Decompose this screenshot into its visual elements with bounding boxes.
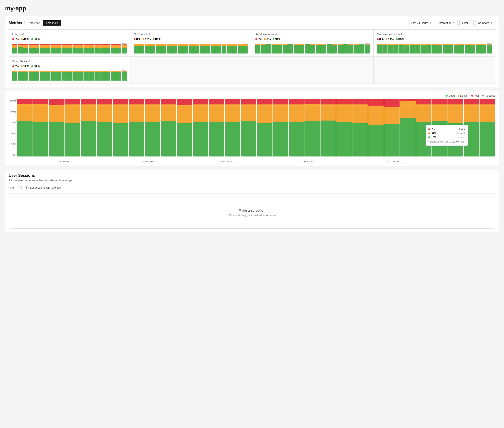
stat-good-scroll: 88%: [34, 65, 40, 68]
stat-decent-long-task: 40%: [23, 37, 29, 41]
chart-bar[interactable]: [177, 99, 192, 156]
chart-bar[interactable]: [161, 99, 176, 156]
stat-poor-long-task: 5%: [15, 37, 19, 41]
sessions-empty-state: Make a selection Click and drag your des…: [9, 197, 495, 229]
interaction-chevron-icon: ▼: [453, 22, 455, 24]
chart-bar[interactable]: [368, 99, 384, 156]
metric-stats-keydown-to-paint: 0% 6% 94%: [255, 37, 370, 41]
chart-bar[interactable]: [241, 99, 256, 156]
metric-card-long-task: Long Task 5% 40% 56% 100% 0%: [9, 30, 130, 57]
chart-bar[interactable]: [33, 99, 49, 156]
compare-chevron-icon: ▼: [490, 22, 493, 24]
time-range-chevron-icon: ▼: [429, 22, 431, 24]
filter-profiles-checkbox[interactable]: [24, 186, 27, 189]
chart-bar[interactable]: [49, 99, 65, 156]
chart-bar[interactable]: [352, 99, 368, 156]
metric-stats-click-to-paint: 0% 19% 81%: [134, 37, 248, 41]
chart-bar[interactable]: [209, 99, 224, 156]
legend-poor: Poor: [471, 94, 479, 97]
tab-percentile[interactable]: Percentile: [25, 20, 43, 25]
metrics-grid: Long Task 5% 40% 56% 100% 0% Click to Pa…: [9, 29, 495, 84]
metrics-tab-group: Percentile Threshold: [24, 20, 61, 26]
metric-card-empty-2: [252, 57, 374, 83]
metric-name-click-to-paint: Click to Paint: [134, 33, 248, 36]
chart-bar[interactable]: [257, 99, 272, 156]
chart-bar[interactable]: [225, 99, 240, 156]
x-label-4: 9:15 AM PDT: [302, 160, 316, 163]
tooltip-good-row: 67% Good: [428, 136, 465, 139]
metrics-section: Metrics Percentile Threshold Last 24 Hou…: [5, 16, 499, 87]
tooltip-decent-label: Decent: [456, 132, 465, 135]
stat-poor-keydown: 0%: [258, 37, 262, 41]
legend-decent-dot: [458, 95, 459, 97]
chart-bar[interactable]: [81, 99, 96, 156]
chart-bar[interactable]: [129, 99, 144, 156]
tooltip-poor-dot: [428, 128, 430, 130]
metric-name-scroll-to-paint: Scroll To Paint: [12, 60, 127, 63]
metric-card-empty-3: [374, 57, 495, 83]
mini-chart-mousemove-to-paint: 100% 0%: [377, 43, 492, 53]
sessions-filter-label: Filter: [9, 186, 15, 189]
metric-card-keydown-to-paint: Keydown to Paint 0% 6% 94% 100% 0%: [252, 30, 374, 57]
mini-chart-keydown-to-paint: 100% 0%: [255, 43, 370, 53]
filter-profiles-label: Filter sessions with profiles: [28, 186, 61, 189]
mini-chart-click-to-paint: 100% 0%: [134, 43, 248, 53]
tooltip-decent-dot: [428, 132, 430, 134]
filter-label: Filter: [462, 21, 468, 25]
y-label-0: 0%: [9, 154, 16, 156]
empty-state-subtitle: Click and drag your desired time range: [228, 214, 276, 217]
stat-poor-mousemove: 0%: [379, 37, 383, 41]
chart-bar[interactable]: [480, 99, 496, 156]
sessions-filter-bar: Filter + Filter sessions with profiles: [9, 185, 495, 193]
compare-dropdown[interactable]: Compare ▼: [475, 20, 495, 26]
metric-stats-scroll-to-paint: 0% 12% 88%: [12, 65, 127, 68]
sessions-subtitle: A list of user sessions within the selec…: [9, 179, 495, 182]
legend-releases[interactable]: ↻ Releases: [482, 94, 495, 97]
chart-bar[interactable]: [336, 99, 352, 156]
chart-bar[interactable]: [113, 99, 128, 156]
y-label-50: 50%: [9, 132, 16, 135]
chart-bar[interactable]: [400, 99, 416, 156]
y-label-25: 25%: [9, 143, 16, 146]
threshold-line: [17, 105, 495, 105]
legend-poor-label: Poor: [474, 94, 479, 97]
time-range-label: Last 24 Hours: [411, 21, 428, 25]
chart-bar[interactable]: [17, 99, 33, 156]
tooltip-poor-label: Poor: [459, 128, 465, 131]
stat-good-keydown: 94%: [275, 37, 281, 41]
tooltip-good-pct: 67%: [431, 136, 436, 139]
chart-bar[interactable]: [193, 99, 208, 156]
y-label-100: 100%: [9, 99, 16, 102]
interaction-dropdown[interactable]: Interaction ▼: [436, 20, 458, 26]
metric-card-click-to-paint: Click to Paint 0% 19% 81% 100% 0%: [130, 30, 252, 57]
chart-bar[interactable]: [384, 99, 400, 156]
filter-profiles-checkbox-wrap[interactable]: Filter sessions with profiles: [24, 186, 61, 189]
metric-stats-long-task: 5% 40% 56%: [12, 37, 127, 41]
time-range-dropdown[interactable]: Last 24 Hours ▼: [408, 20, 434, 26]
chart-bar[interactable]: [304, 99, 320, 156]
chart-bar[interactable]: [65, 99, 81, 156]
chart-bar[interactable]: [320, 99, 336, 156]
chart-section: Good Decent Poor ↻ Releases 100% 90% 75%…: [5, 91, 499, 166]
filter-button[interactable]: Filter +: [459, 20, 473, 26]
sessions-filter-add-button[interactable]: +: [17, 185, 22, 190]
x-label-3: 5:22 AM PDT: [221, 160, 235, 163]
compare-label: Compare: [478, 21, 489, 25]
metric-card-empty-1: [130, 57, 252, 83]
chart-bar[interactable]: [273, 99, 288, 156]
tooltip-poor-row: 3% Poor: [428, 128, 465, 131]
chart-bar[interactable]: [289, 99, 304, 156]
x-label-1: 9:37 PM PDT: [58, 160, 72, 163]
chart-bar[interactable]: [145, 99, 160, 156]
chart-x-axis: 9:37 PM PDT 1:30 AM PDT 5:22 AM PDT 9:15…: [17, 157, 495, 163]
x-label-5: 1:07 PM PDT: [388, 160, 402, 163]
stat-poor-scroll: 0%: [15, 65, 19, 68]
large-chart[interactable]: 100% 90% 75% 50% 25% 0% 9:37 PM PDT 1:30…: [9, 99, 495, 163]
stat-good-click: 81%: [155, 37, 161, 41]
stat-poor-click: 0%: [136, 37, 140, 41]
tab-threshold[interactable]: Threshold: [43, 20, 61, 25]
tooltip-poor-pct: 3%: [431, 128, 435, 131]
filter-plus-icon: +: [469, 21, 471, 25]
header-controls: Last 24 Hours ▼ Interaction ▼ Filter + C…: [408, 20, 495, 26]
chart-bar[interactable]: [97, 99, 113, 156]
